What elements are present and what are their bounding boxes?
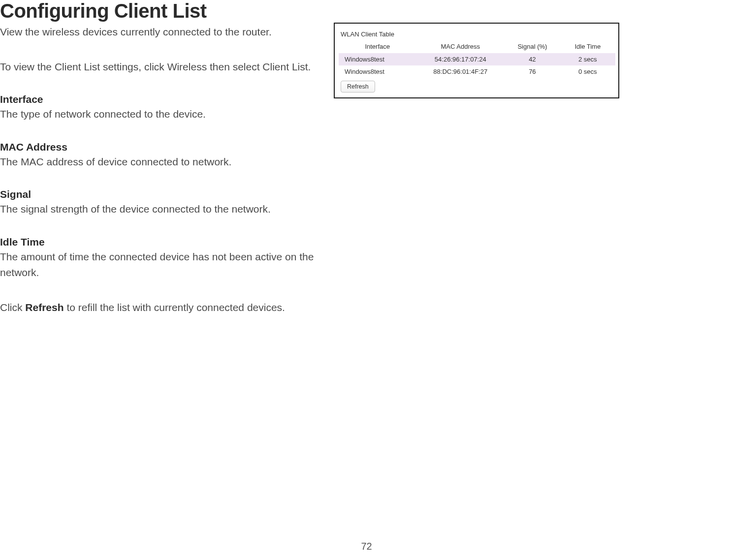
def-desc: The MAC address of device connected to n… xyxy=(0,154,325,170)
page-number: 72 xyxy=(0,541,733,552)
col-header-interface: Interface xyxy=(339,41,416,53)
cell-interface: Windows8test xyxy=(339,65,416,78)
cell-idle: 2 secs xyxy=(560,53,615,65)
final-bold: Refresh xyxy=(25,302,64,313)
def-term: Interface xyxy=(0,93,325,105)
wlan-client-table-panel: WLAN Client Table Interface MAC Address … xyxy=(334,23,619,98)
cell-signal: 42 xyxy=(505,53,560,65)
def-term: Signal xyxy=(0,188,325,200)
col-header-mac: MAC Address xyxy=(416,41,505,53)
final-pre: Click xyxy=(0,302,25,313)
final-post: to refill the list with currently connec… xyxy=(64,302,285,313)
def-interface: Interface The type of network connected … xyxy=(0,93,325,123)
intro-text: View the wireless devices currently conn… xyxy=(0,24,325,40)
instruction-text: To view the Client List settings, click … xyxy=(0,59,325,75)
def-desc: The type of network connected to the dev… xyxy=(0,106,325,123)
col-header-signal: Signal (%) xyxy=(505,41,560,53)
client-table: Interface MAC Address Signal (%) Idle Ti… xyxy=(339,41,615,78)
table-header-row: Interface MAC Address Signal (%) Idle Ti… xyxy=(339,41,615,53)
cell-idle: 0 secs xyxy=(560,65,615,78)
col-header-idle: Idle Time xyxy=(560,41,615,53)
refresh-button[interactable]: Refresh xyxy=(341,81,375,93)
table-row: Windows8test 88:DC:96:01:4F:27 76 0 secs xyxy=(339,65,615,78)
doc-left-column: Configuring Client List View the wireles… xyxy=(0,0,325,315)
def-signal: Signal The signal strength of the device… xyxy=(0,188,325,218)
def-term: MAC Address xyxy=(0,141,325,153)
final-note: Click Refresh to refill the list with cu… xyxy=(0,300,325,316)
def-desc: The signal strength of the device connec… xyxy=(0,201,325,218)
cell-mac: 54:26:96:17:07:24 xyxy=(416,53,505,65)
def-mac-address: MAC Address The MAC address of device co… xyxy=(0,141,325,170)
table-row: Windows8test 54:26:96:17:07:24 42 2 secs xyxy=(339,53,615,65)
def-desc: The amount of time the connected device … xyxy=(0,249,325,281)
panel-caption: WLAN Client Table xyxy=(341,31,615,38)
cell-interface: Windows8test xyxy=(339,53,416,65)
def-idle-time: Idle Time The amount of time the connect… xyxy=(0,236,325,281)
cell-signal: 76 xyxy=(505,65,560,78)
cell-mac: 88:DC:96:01:4F:27 xyxy=(416,65,505,78)
page-title: Configuring Client List xyxy=(0,0,325,22)
def-term: Idle Time xyxy=(0,236,325,248)
